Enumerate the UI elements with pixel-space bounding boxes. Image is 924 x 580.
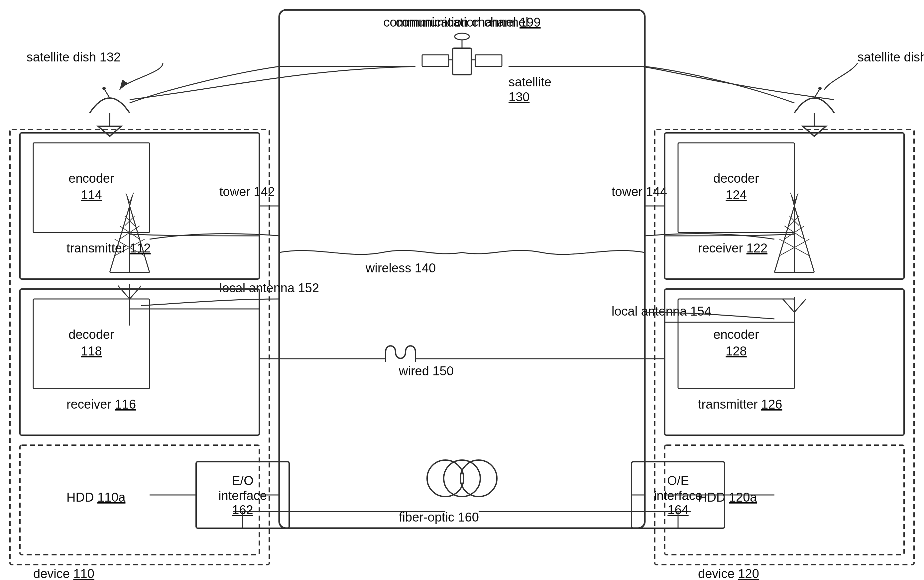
- receiver-116-label: receiver 116: [66, 397, 136, 411]
- local-antenna-154-label: local antenna 154: [612, 304, 711, 318]
- wired-label: wired 150: [399, 364, 454, 378]
- satellite-dish-132-label: satellite dish 132: [26, 50, 120, 64]
- wired-150-icon: [386, 346, 416, 362]
- eo-interface-text2: interface: [218, 489, 267, 503]
- transmitter-112-label: transmitter 112: [66, 241, 150, 255]
- svg-rect-0: [453, 48, 471, 75]
- dish134-to-channel: [645, 66, 794, 103]
- svg-point-53: [427, 460, 464, 497]
- svg-line-41: [790, 193, 794, 203]
- satellite-dish-132-arrow: [120, 63, 163, 90]
- satellite-dish-134-arrow: [824, 63, 858, 90]
- svg-point-10: [102, 87, 106, 90]
- satellite-icon: [422, 33, 502, 75]
- transmitter-112-box: [20, 133, 259, 279]
- encoder-114-num: 114: [81, 188, 102, 202]
- decoder-124-box: [678, 143, 794, 232]
- svg-line-42: [794, 193, 799, 203]
- decoder-124-text: decoder: [713, 171, 759, 185]
- device-120-label: device 120: [698, 567, 759, 580]
- svg-point-6: [455, 33, 469, 40]
- svg-line-44: [118, 286, 130, 299]
- communication-channel-label: communication channel 199: [383, 15, 540, 29]
- decoder-118-text: decoder: [68, 328, 114, 341]
- svg-line-27: [125, 193, 130, 203]
- decoder-118-num: 118: [81, 344, 102, 358]
- svg-marker-8: [98, 126, 121, 136]
- hdd-120a-label: HDD 120a: [698, 490, 757, 504]
- dish132-satellite-line: [130, 66, 416, 100]
- svg-point-14: [818, 87, 822, 90]
- satellite-label: satellite: [508, 75, 551, 89]
- receiver-122-label: receiver 122: [698, 241, 767, 255]
- device-110-label: device 110: [33, 567, 94, 580]
- satellite-num: 130: [508, 90, 530, 104]
- svg-line-28: [130, 193, 134, 203]
- fiber-optic-icon: [427, 460, 497, 497]
- encoder-128-text: encoder: [713, 328, 759, 341]
- eo-interface-text: E/O: [232, 474, 253, 488]
- oe-interface-text: O/E: [667, 474, 689, 488]
- transmitter-126-label: transmitter 126: [698, 397, 782, 411]
- wireless-line-left: [279, 250, 462, 254]
- satellite-dish-134: [794, 87, 834, 136]
- receiver-122-box: [665, 133, 904, 279]
- svg-rect-1: [422, 55, 449, 66]
- svg-line-45: [130, 286, 141, 299]
- svg-rect-2: [475, 55, 502, 66]
- encoder-128-num: 128: [726, 344, 746, 358]
- dish134-satellite-line: [642, 66, 834, 100]
- tower-144-label: tower 144: [612, 185, 667, 199]
- satellite-dish-132: [90, 87, 130, 136]
- encoder-114-box: [33, 143, 150, 232]
- svg-line-48: [783, 299, 794, 312]
- wireless-line-right: [462, 250, 645, 254]
- local-antenna-152: [118, 284, 141, 326]
- svg-point-55: [460, 460, 497, 497]
- svg-line-9: [105, 90, 110, 98]
- svg-point-54: [444, 460, 480, 497]
- tower-142-label: tower 142: [219, 185, 275, 199]
- wireless-label: wireless 140: [365, 261, 436, 275]
- encoder-114-text: encoder: [68, 171, 114, 185]
- decoder-124-num: 124: [726, 188, 746, 202]
- decoder-118-box: [33, 299, 150, 389]
- communication-channel-box: [279, 10, 645, 528]
- dish132-to-channel: [130, 66, 279, 103]
- fiber-optic-label: fiber-optic 160: [399, 510, 479, 524]
- receiver-116-box: [20, 289, 259, 435]
- satellite-dish-134-label: satellite dish 134: [858, 50, 924, 64]
- svg-marker-12: [803, 126, 826, 136]
- oe-interface-text2: interface: [654, 489, 702, 503]
- hdd-110a-label: HDD 110a: [66, 490, 125, 504]
- svg-line-49: [794, 299, 806, 312]
- antenna152-to-channel: [141, 299, 279, 306]
